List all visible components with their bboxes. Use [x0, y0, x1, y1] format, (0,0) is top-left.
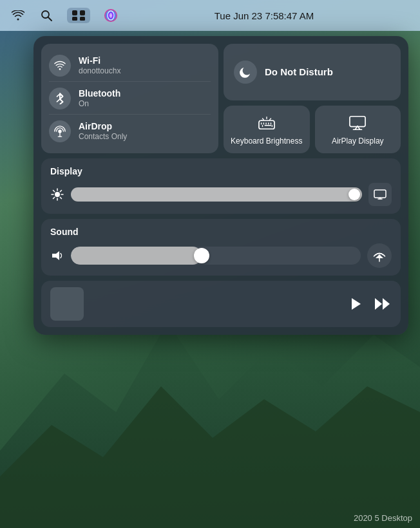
- control-center-menu-icon[interactable]: [67, 8, 90, 23]
- svg-point-10: [110, 13, 112, 18]
- right-panel: Do Not Disturb: [224, 44, 401, 153]
- svg-line-39: [53, 197, 55, 198]
- svg-line-27: [269, 118, 271, 120]
- keyboard-brightness-label: Keyboard Brightness: [231, 137, 302, 146]
- brightness-track[interactable]: [71, 187, 362, 202]
- keyboard-brightness-button[interactable]: Keyboard Brightness: [224, 106, 310, 153]
- svg-rect-7: [80, 17, 85, 21]
- now-playing-section: [41, 281, 401, 327]
- fast-forward-button[interactable]: [374, 296, 392, 312]
- playback-controls: [91, 296, 392, 312]
- menu-bar: Tue Jun 23 7:58:47 AM: [0, 0, 420, 31]
- wifi-text: Wi-Fi donottouchx: [79, 55, 120, 75]
- volume-track[interactable]: [71, 247, 361, 265]
- brightness-slider-row: [50, 183, 392, 206]
- brightness-icon: [50, 187, 64, 202]
- datetime-label: Tue Jun 23 7:58:47 AM: [215, 10, 314, 21]
- top-grid: Wi-Fi donottouchx: [41, 44, 401, 153]
- airdrop-status: Contacts Only: [79, 132, 127, 141]
- bluetooth-label: Bluetooth: [79, 88, 120, 99]
- sound-airplay-button[interactable]: [367, 243, 392, 268]
- svg-rect-6: [72, 17, 77, 21]
- bluetooth-row[interactable]: Bluetooth On: [49, 83, 211, 115]
- svg-marker-48: [383, 298, 390, 310]
- wifi-label: Wi-Fi: [79, 55, 120, 66]
- volume-slider-row: [50, 243, 392, 268]
- do-not-disturb-button[interactable]: Do Not Disturb: [224, 44, 401, 100]
- svg-marker-47: [375, 298, 382, 310]
- album-art: [50, 287, 84, 321]
- svg-line-26: [262, 118, 263, 120]
- volume-icon: [50, 249, 64, 263]
- svg-point-31: [55, 192, 60, 197]
- airdrop-row[interactable]: AirDrop Contacts Only: [49, 116, 211, 147]
- svg-rect-29: [350, 116, 365, 126]
- svg-rect-4: [72, 10, 77, 15]
- control-center-panel: Wi-Fi donottouchx: [33, 36, 408, 335]
- svg-point-13: [58, 129, 61, 133]
- dnd-label: Do Not Disturb: [265, 66, 333, 78]
- airplay-display-button[interactable]: AirPlay Display: [315, 106, 401, 153]
- svg-line-36: [53, 191, 55, 192]
- svg-point-11: [59, 68, 61, 70]
- desktop-label: 2020 5 Desktop: [354, 513, 412, 523]
- sound-section: Sound: [41, 219, 401, 276]
- svg-rect-5: [80, 10, 85, 15]
- display-end-icon[interactable]: [368, 183, 392, 206]
- play-button[interactable]: [348, 296, 363, 312]
- airplay-display-icon: [348, 113, 367, 133]
- display-section: Display: [41, 158, 401, 214]
- airplay-display-label: AirPlay Display: [332, 137, 384, 146]
- svg-line-38: [60, 191, 61, 192]
- menu-bar-datetime: Tue Jun 23 7:58:47 AM: [119, 10, 410, 21]
- bluetooth-text: Bluetooth On: [79, 88, 120, 108]
- wifi-menu-icon[interactable]: [10, 8, 26, 23]
- svg-line-37: [60, 197, 61, 198]
- search-menu-icon[interactable]: [39, 8, 54, 23]
- svg-marker-43: [52, 251, 59, 260]
- svg-rect-16: [259, 120, 274, 129]
- svg-rect-40: [374, 190, 386, 198]
- display-title: Display: [50, 166, 392, 176]
- siri-menu-icon[interactable]: [103, 8, 119, 23]
- airdrop-text: AirDrop Contacts Only: [79, 121, 127, 141]
- airdrop-label: AirDrop: [79, 121, 127, 132]
- airdrop-icon: [49, 120, 71, 142]
- svg-line-3: [48, 17, 52, 21]
- sound-title: Sound: [50, 227, 392, 237]
- wifi-icon: [49, 55, 71, 77]
- icon-buttons-row: Keyboard Brightness AirPlay Display: [224, 106, 401, 153]
- bluetooth-status: On: [79, 99, 120, 108]
- svg-marker-46: [352, 298, 361, 310]
- keyboard-brightness-icon: [257, 113, 276, 133]
- wifi-network-name: donottouchx: [79, 66, 120, 75]
- network-panel: Wi-Fi donottouchx: [41, 44, 218, 153]
- svg-marker-44: [376, 254, 383, 258]
- bluetooth-icon: [49, 88, 71, 109]
- wifi-row[interactable]: Wi-Fi donottouchx: [49, 50, 211, 82]
- moon-icon: [234, 61, 257, 84]
